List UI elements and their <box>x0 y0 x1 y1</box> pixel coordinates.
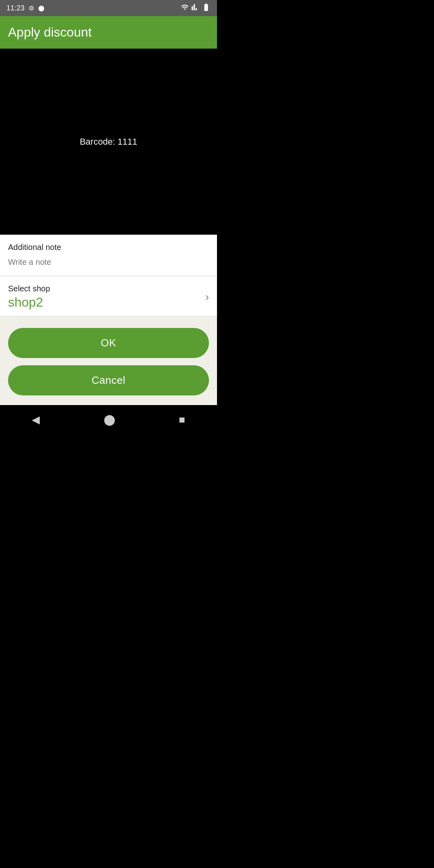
shop-value: shop2 <box>8 295 50 310</box>
status-time: 11:23 <box>6 4 25 12</box>
note-section: Additional note <box>0 235 217 276</box>
nav-bar: ◀ ⬤ ■ <box>0 405 217 434</box>
recents-button[interactable]: ■ <box>179 414 185 426</box>
ok-button[interactable]: OK <box>8 328 209 358</box>
note-label: Additional note <box>8 243 209 252</box>
circle-icon: ⬤ <box>38 5 45 11</box>
status-bar-right <box>181 3 211 13</box>
form-area: Additional note Select shop shop2 › <box>0 235 217 317</box>
status-bar-left: 11:23 ⚙ ⬤ <box>6 4 45 12</box>
barcode-text: Barcode: 1111 <box>80 137 137 147</box>
chevron-right-icon: › <box>205 291 209 303</box>
battery-icon <box>202 3 211 13</box>
page-title: Apply discount <box>8 25 209 40</box>
cancel-button[interactable]: Cancel <box>8 365 209 395</box>
back-button[interactable]: ◀ <box>32 414 40 426</box>
shop-label: Select shop <box>8 284 50 293</box>
note-input[interactable] <box>8 256 209 270</box>
settings-icon: ⚙ <box>29 4 34 12</box>
wifi-icon <box>181 3 189 13</box>
select-shop-button[interactable]: Select shop shop2 › <box>0 276 217 317</box>
status-bar: 11:23 ⚙ ⬤ <box>0 0 217 16</box>
app-header: Apply discount <box>0 16 217 49</box>
signal-icon <box>191 3 199 13</box>
shop-info: Select shop shop2 <box>8 284 50 310</box>
home-button[interactable]: ⬤ <box>104 414 115 426</box>
button-area: OK Cancel <box>0 317 217 405</box>
camera-viewfinder: Barcode: 1111 <box>0 49 217 235</box>
